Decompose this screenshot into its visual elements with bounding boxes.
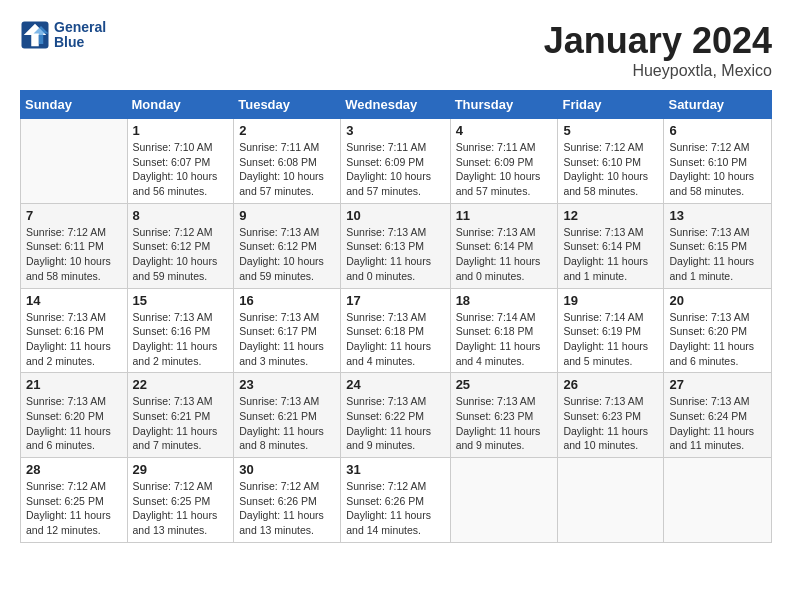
calendar-cell: 17Sunrise: 7:13 AMSunset: 6:18 PMDayligh… — [341, 288, 450, 373]
calendar-cell: 21Sunrise: 7:13 AMSunset: 6:20 PMDayligh… — [21, 373, 128, 458]
day-number: 7 — [26, 208, 122, 223]
page-header: General Blue January 2024 Hueypoxtla, Me… — [20, 20, 772, 80]
calendar-cell: 25Sunrise: 7:13 AMSunset: 6:23 PMDayligh… — [450, 373, 558, 458]
day-number: 24 — [346, 377, 444, 392]
day-number: 31 — [346, 462, 444, 477]
day-number: 20 — [669, 293, 766, 308]
day-info: Sunrise: 7:13 AMSunset: 6:21 PMDaylight:… — [239, 394, 335, 453]
day-number: 22 — [133, 377, 229, 392]
day-info: Sunrise: 7:13 AMSunset: 6:16 PMDaylight:… — [133, 310, 229, 369]
day-number: 3 — [346, 123, 444, 138]
calendar-cell — [558, 458, 664, 543]
day-info: Sunrise: 7:13 AMSunset: 6:20 PMDaylight:… — [669, 310, 766, 369]
day-number: 13 — [669, 208, 766, 223]
day-info: Sunrise: 7:12 AMSunset: 6:10 PMDaylight:… — [669, 140, 766, 199]
day-info: Sunrise: 7:13 AMSunset: 6:13 PMDaylight:… — [346, 225, 444, 284]
weekday-header-monday: Monday — [127, 91, 234, 119]
day-info: Sunrise: 7:11 AMSunset: 6:08 PMDaylight:… — [239, 140, 335, 199]
day-info: Sunrise: 7:12 AMSunset: 6:11 PMDaylight:… — [26, 225, 122, 284]
calendar-week-1: 1Sunrise: 7:10 AMSunset: 6:07 PMDaylight… — [21, 119, 772, 204]
day-number: 14 — [26, 293, 122, 308]
day-info: Sunrise: 7:13 AMSunset: 6:20 PMDaylight:… — [26, 394, 122, 453]
calendar-cell: 9Sunrise: 7:13 AMSunset: 6:12 PMDaylight… — [234, 203, 341, 288]
logo-icon — [20, 20, 50, 50]
calendar-cell: 15Sunrise: 7:13 AMSunset: 6:16 PMDayligh… — [127, 288, 234, 373]
day-number: 30 — [239, 462, 335, 477]
day-number: 17 — [346, 293, 444, 308]
day-info: Sunrise: 7:12 AMSunset: 6:26 PMDaylight:… — [239, 479, 335, 538]
day-info: Sunrise: 7:12 AMSunset: 6:12 PMDaylight:… — [133, 225, 229, 284]
calendar-cell: 14Sunrise: 7:13 AMSunset: 6:16 PMDayligh… — [21, 288, 128, 373]
month-title: January 2024 — [544, 20, 772, 62]
logo-text: General Blue — [54, 20, 106, 51]
day-number: 28 — [26, 462, 122, 477]
calendar-cell: 30Sunrise: 7:12 AMSunset: 6:26 PMDayligh… — [234, 458, 341, 543]
day-info: Sunrise: 7:11 AMSunset: 6:09 PMDaylight:… — [456, 140, 553, 199]
day-number: 9 — [239, 208, 335, 223]
weekday-header-saturday: Saturday — [664, 91, 772, 119]
day-info: Sunrise: 7:14 AMSunset: 6:19 PMDaylight:… — [563, 310, 658, 369]
calendar-cell: 24Sunrise: 7:13 AMSunset: 6:22 PMDayligh… — [341, 373, 450, 458]
title-section: January 2024 Hueypoxtla, Mexico — [544, 20, 772, 80]
day-info: Sunrise: 7:14 AMSunset: 6:18 PMDaylight:… — [456, 310, 553, 369]
day-number: 26 — [563, 377, 658, 392]
day-info: Sunrise: 7:13 AMSunset: 6:16 PMDaylight:… — [26, 310, 122, 369]
day-number: 21 — [26, 377, 122, 392]
calendar-header: SundayMondayTuesdayWednesdayThursdayFrid… — [21, 91, 772, 119]
calendar-cell: 26Sunrise: 7:13 AMSunset: 6:23 PMDayligh… — [558, 373, 664, 458]
day-info: Sunrise: 7:13 AMSunset: 6:18 PMDaylight:… — [346, 310, 444, 369]
weekday-header-thursday: Thursday — [450, 91, 558, 119]
calendar-cell: 11Sunrise: 7:13 AMSunset: 6:14 PMDayligh… — [450, 203, 558, 288]
header-row: SundayMondayTuesdayWednesdayThursdayFrid… — [21, 91, 772, 119]
calendar-cell: 12Sunrise: 7:13 AMSunset: 6:14 PMDayligh… — [558, 203, 664, 288]
calendar-cell — [664, 458, 772, 543]
calendar-cell: 29Sunrise: 7:12 AMSunset: 6:25 PMDayligh… — [127, 458, 234, 543]
day-number: 27 — [669, 377, 766, 392]
day-info: Sunrise: 7:12 AMSunset: 6:25 PMDaylight:… — [26, 479, 122, 538]
calendar-cell: 6Sunrise: 7:12 AMSunset: 6:10 PMDaylight… — [664, 119, 772, 204]
day-number: 5 — [563, 123, 658, 138]
calendar-cell: 7Sunrise: 7:12 AMSunset: 6:11 PMDaylight… — [21, 203, 128, 288]
calendar-cell: 23Sunrise: 7:13 AMSunset: 6:21 PMDayligh… — [234, 373, 341, 458]
calendar-body: 1Sunrise: 7:10 AMSunset: 6:07 PMDaylight… — [21, 119, 772, 543]
calendar-cell: 20Sunrise: 7:13 AMSunset: 6:20 PMDayligh… — [664, 288, 772, 373]
day-info: Sunrise: 7:13 AMSunset: 6:14 PMDaylight:… — [563, 225, 658, 284]
calendar-cell: 16Sunrise: 7:13 AMSunset: 6:17 PMDayligh… — [234, 288, 341, 373]
day-info: Sunrise: 7:13 AMSunset: 6:17 PMDaylight:… — [239, 310, 335, 369]
day-number: 23 — [239, 377, 335, 392]
calendar-table: SundayMondayTuesdayWednesdayThursdayFrid… — [20, 90, 772, 543]
weekday-header-friday: Friday — [558, 91, 664, 119]
calendar-cell: 5Sunrise: 7:12 AMSunset: 6:10 PMDaylight… — [558, 119, 664, 204]
calendar-cell: 2Sunrise: 7:11 AMSunset: 6:08 PMDaylight… — [234, 119, 341, 204]
calendar-cell: 27Sunrise: 7:13 AMSunset: 6:24 PMDayligh… — [664, 373, 772, 458]
logo: General Blue — [20, 20, 106, 51]
day-info: Sunrise: 7:13 AMSunset: 6:23 PMDaylight:… — [563, 394, 658, 453]
day-number: 18 — [456, 293, 553, 308]
day-number: 12 — [563, 208, 658, 223]
day-info: Sunrise: 7:13 AMSunset: 6:23 PMDaylight:… — [456, 394, 553, 453]
location-title: Hueypoxtla, Mexico — [544, 62, 772, 80]
calendar-cell: 28Sunrise: 7:12 AMSunset: 6:25 PMDayligh… — [21, 458, 128, 543]
day-number: 19 — [563, 293, 658, 308]
calendar-cell: 1Sunrise: 7:10 AMSunset: 6:07 PMDaylight… — [127, 119, 234, 204]
day-info: Sunrise: 7:13 AMSunset: 6:15 PMDaylight:… — [669, 225, 766, 284]
day-number: 16 — [239, 293, 335, 308]
weekday-header-wednesday: Wednesday — [341, 91, 450, 119]
calendar-week-5: 28Sunrise: 7:12 AMSunset: 6:25 PMDayligh… — [21, 458, 772, 543]
calendar-cell — [450, 458, 558, 543]
day-info: Sunrise: 7:13 AMSunset: 6:21 PMDaylight:… — [133, 394, 229, 453]
day-number: 15 — [133, 293, 229, 308]
day-info: Sunrise: 7:13 AMSunset: 6:14 PMDaylight:… — [456, 225, 553, 284]
day-info: Sunrise: 7:12 AMSunset: 6:25 PMDaylight:… — [133, 479, 229, 538]
calendar-cell: 3Sunrise: 7:11 AMSunset: 6:09 PMDaylight… — [341, 119, 450, 204]
day-number: 25 — [456, 377, 553, 392]
weekday-header-sunday: Sunday — [21, 91, 128, 119]
day-info: Sunrise: 7:12 AMSunset: 6:10 PMDaylight:… — [563, 140, 658, 199]
calendar-week-4: 21Sunrise: 7:13 AMSunset: 6:20 PMDayligh… — [21, 373, 772, 458]
day-info: Sunrise: 7:13 AMSunset: 6:12 PMDaylight:… — [239, 225, 335, 284]
calendar-cell: 4Sunrise: 7:11 AMSunset: 6:09 PMDaylight… — [450, 119, 558, 204]
calendar-cell: 31Sunrise: 7:12 AMSunset: 6:26 PMDayligh… — [341, 458, 450, 543]
day-number: 6 — [669, 123, 766, 138]
day-number: 11 — [456, 208, 553, 223]
day-number: 10 — [346, 208, 444, 223]
